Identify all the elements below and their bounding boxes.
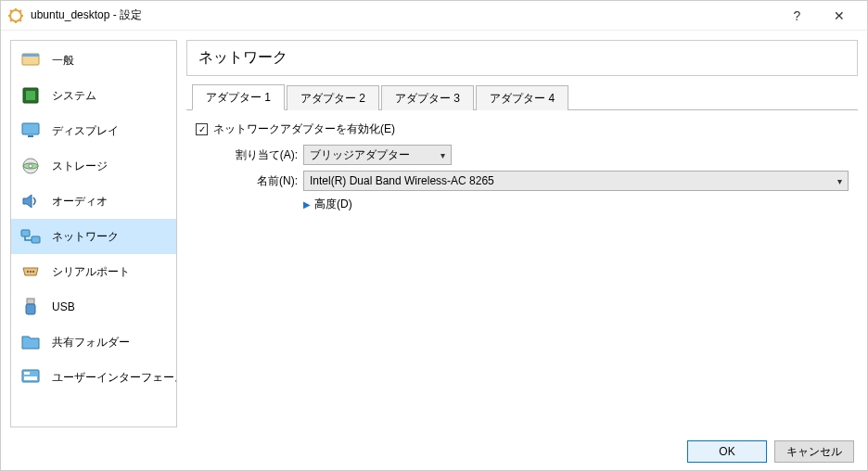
settings-window: ubuntu_desktop - 設定 ? ✕ 一般 システム ディスプレイ ス…: [0, 0, 868, 471]
svg-point-22: [32, 271, 34, 273]
svg-rect-23: [27, 299, 34, 304]
main-panel: ネットワーク アダプター 1 アダプター 2 アダプター 3 アダプター 4 ✓…: [186, 40, 858, 427]
attached-to-row: 割り当て(A): ブリッジアダプター: [214, 145, 849, 165]
network-icon: [20, 226, 41, 247]
sidebar-label: システム: [52, 88, 96, 104]
svg-rect-14: [28, 135, 33, 137]
advanced-row: ▶ 高度(D): [214, 197, 849, 212]
general-icon: [20, 50, 41, 70]
sidebar-label: 一般: [52, 53, 74, 69]
serial-icon: [20, 261, 41, 282]
attached-to-select[interactable]: ブリッジアダプター: [303, 145, 452, 165]
sidebar-label: オーディオ: [52, 194, 108, 210]
sidebar-item-serial[interactable]: シリアルポート: [11, 254, 176, 289]
audio-icon: [20, 191, 41, 211]
svg-rect-12: [26, 91, 35, 100]
adapter-name-value: Intel(R) Dual Band Wireless-AC 8265: [310, 174, 494, 187]
sidebar-label: ネットワーク: [52, 229, 119, 245]
svg-point-21: [30, 271, 32, 273]
svg-rect-10: [22, 54, 39, 57]
enable-adapter-label: ネットワークアダプターを有効化(E): [213, 121, 395, 137]
enable-adapter-row: ✓ ネットワークアダプターを有効化(E): [196, 121, 849, 137]
sidebar-item-general[interactable]: 一般: [11, 43, 176, 78]
adapter-name-label: 名前(N):: [214, 173, 298, 189]
svg-rect-24: [26, 304, 35, 314]
adapter-tabs: アダプター 1 アダプター 2 アダプター 3 アダプター 4: [186, 83, 858, 110]
svg-rect-13: [22, 123, 39, 134]
svg-rect-26: [24, 372, 30, 375]
sidebar-item-system[interactable]: システム: [11, 78, 176, 113]
window-title: ubuntu_desktop - 設定: [31, 7, 776, 23]
triangle-right-icon: ▶: [303, 199, 311, 210]
sidebar-item-storage[interactable]: ストレージ: [11, 148, 176, 184]
dialog-body: 一般 システム ディスプレイ ストレージ オーディオ ネットワーク: [1, 31, 867, 433]
dialog-footer: OK キャンセル: [1, 433, 867, 470]
usb-icon: [20, 297, 41, 317]
ui-icon: [20, 367, 41, 388]
ok-button[interactable]: OK: [687, 440, 767, 463]
close-button[interactable]: ✕: [818, 2, 860, 30]
svg-line-5: [10, 10, 12, 12]
svg-rect-18: [21, 230, 30, 236]
sidebar-item-audio[interactable]: オーディオ: [11, 184, 176, 219]
storage-icon: [20, 156, 41, 176]
svg-rect-27: [24, 376, 37, 380]
svg-line-7: [19, 10, 21, 12]
adapter-name-row: 名前(N): Intel(R) Dual Band Wireless-AC 82…: [214, 171, 849, 191]
sidebar-item-usb[interactable]: USB: [11, 289, 176, 325]
svg-line-6: [19, 19, 21, 21]
section-heading: ネットワーク: [186, 40, 858, 76]
sidebar-item-network[interactable]: ネットワーク: [11, 219, 176, 254]
sidebar-item-ui[interactable]: ユーザーインターフェース: [11, 360, 176, 395]
sidebar-item-display[interactable]: ディスプレイ: [11, 113, 176, 148]
display-icon: [20, 121, 41, 141]
svg-rect-25: [22, 370, 39, 382]
svg-rect-19: [32, 236, 40, 243]
titlebar: ubuntu_desktop - 設定 ? ✕: [1, 1, 867, 31]
svg-point-17: [29, 164, 32, 168]
category-sidebar: 一般 システム ディスプレイ ストレージ オーディオ ネットワーク: [10, 40, 177, 427]
app-icon: [8, 8, 23, 23]
adapter-name-select[interactable]: Intel(R) Dual Band Wireless-AC 8265: [303, 171, 849, 191]
folder-icon: [20, 332, 41, 352]
enable-adapter-checkbox[interactable]: ✓: [196, 123, 208, 135]
tab-adapter-4[interactable]: アダプター 4: [476, 85, 568, 110]
tab-adapter-1[interactable]: アダプター 1: [192, 84, 285, 110]
help-button[interactable]: ?: [776, 2, 818, 30]
sidebar-label: ディスプレイ: [52, 123, 119, 139]
advanced-expander[interactable]: ▶ 高度(D): [303, 197, 352, 212]
sidebar-label: ストレージ: [52, 159, 108, 174]
svg-line-8: [10, 19, 12, 21]
adapter-pane: ✓ ネットワークアダプターを有効化(E) 割り当て(A): ブリッジアダプター …: [186, 110, 858, 227]
attached-to-value: ブリッジアダプター: [310, 147, 410, 163]
cancel-button[interactable]: キャンセル: [774, 440, 854, 463]
sidebar-label: USB: [52, 300, 75, 313]
sidebar-label: シリアルポート: [52, 264, 130, 280]
system-icon: [20, 85, 41, 106]
sidebar-item-shared[interactable]: 共有フォルダー: [11, 325, 176, 360]
tab-adapter-2[interactable]: アダプター 2: [287, 85, 379, 110]
svg-point-20: [27, 271, 29, 273]
sidebar-label: ユーザーインターフェース: [52, 370, 177, 386]
sidebar-label: 共有フォルダー: [52, 335, 130, 350]
adapter-settings: 割り当て(A): ブリッジアダプター 名前(N): Intel(R) Dual …: [196, 145, 849, 212]
advanced-label: 高度(D): [314, 197, 352, 212]
attached-to-label: 割り当て(A):: [214, 147, 298, 163]
tab-adapter-3[interactable]: アダプター 3: [381, 85, 474, 110]
